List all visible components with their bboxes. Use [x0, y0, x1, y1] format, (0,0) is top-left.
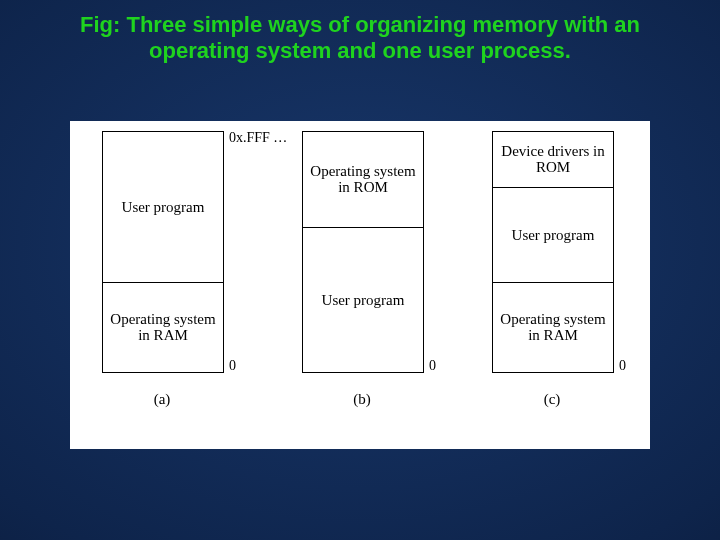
memory-layout-b: Operating system in ROM User program 0 (…: [302, 131, 462, 408]
segment-os-ram-c: Operating system in RAM: [493, 282, 613, 372]
memory-layout-c: Device drivers in ROM User program Opera…: [492, 131, 652, 408]
segment-user-program-c: User program: [493, 187, 613, 282]
slide-title: Fig: Three simple ways of organizing mem…: [0, 0, 720, 65]
memory-stack-b: Operating system in ROM User program 0: [302, 131, 424, 373]
segment-os-ram-a: Operating system in RAM: [103, 282, 223, 372]
address-top-a: 0x.FFF …: [229, 130, 287, 146]
address-bottom-c: 0: [619, 358, 626, 374]
segment-user-program-b: User program: [303, 227, 423, 372]
caption-b: (b): [302, 391, 422, 408]
caption-c: (c): [492, 391, 612, 408]
figure-panel: User program Operating system in RAM 0x.…: [70, 121, 650, 449]
address-bottom-b: 0: [429, 358, 436, 374]
segment-user-program-a: User program: [103, 132, 223, 282]
segment-drivers-rom-c: Device drivers in ROM: [493, 132, 613, 187]
memory-stack-a: User program Operating system in RAM 0x.…: [102, 131, 224, 373]
memory-layout-a: User program Operating system in RAM 0x.…: [102, 131, 262, 408]
address-bottom-a: 0: [229, 358, 236, 374]
segment-os-rom-b: Operating system in ROM: [303, 132, 423, 227]
memory-stack-c: Device drivers in ROM User program Opera…: [492, 131, 614, 373]
caption-a: (a): [102, 391, 222, 408]
